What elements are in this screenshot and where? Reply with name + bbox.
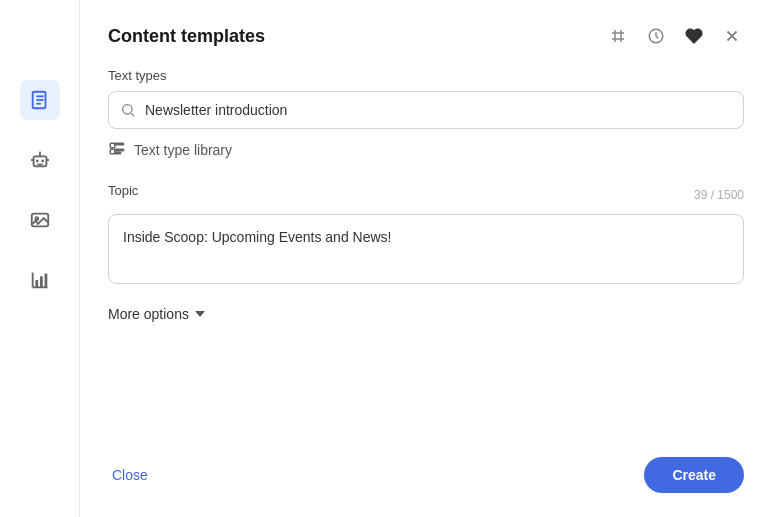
- sidebar: [0, 0, 80, 517]
- svg-rect-18: [44, 274, 47, 288]
- main-panel: Content templates: [80, 0, 772, 517]
- svg-point-9: [38, 152, 40, 154]
- svg-line-27: [131, 113, 134, 116]
- more-options-toggle[interactable]: More options: [108, 306, 744, 322]
- topic-textarea[interactable]: Inside Scoop: Upcoming Events and News!: [108, 214, 744, 284]
- more-options-label: More options: [108, 306, 189, 322]
- sidebar-icon-document[interactable]: [20, 80, 60, 120]
- svg-point-26: [123, 105, 132, 114]
- heart-icon[interactable]: [682, 24, 706, 48]
- panel-footer: Close Create: [108, 437, 744, 493]
- svg-rect-16: [35, 280, 38, 287]
- char-count: 39 / 1500: [694, 188, 744, 202]
- sidebar-icon-chart[interactable]: [20, 260, 60, 300]
- svg-point-6: [41, 160, 44, 163]
- history-icon[interactable]: [644, 24, 668, 48]
- library-link[interactable]: Text type library: [108, 141, 744, 159]
- sidebar-icon-image[interactable]: [20, 200, 60, 240]
- topic-header: Topic 39 / 1500: [108, 183, 744, 206]
- text-type-search-input[interactable]: [108, 91, 744, 129]
- panel-content: Content templates: [80, 0, 772, 517]
- library-icon: [108, 141, 126, 159]
- topic-label: Topic: [108, 183, 138, 198]
- svg-rect-29: [115, 143, 124, 145]
- grid-icon[interactable]: [606, 24, 630, 48]
- svg-rect-32: [115, 152, 121, 154]
- panel-title: Content templates: [108, 26, 265, 47]
- close-icon[interactable]: [720, 24, 744, 48]
- topic-section: Topic 39 / 1500 Inside Scoop: Upcoming E…: [108, 183, 744, 288]
- search-wrapper: [108, 91, 744, 129]
- header-icons: [606, 24, 744, 48]
- text-types-label: Text types: [108, 68, 744, 83]
- close-button[interactable]: Close: [108, 459, 152, 491]
- search-icon: [120, 102, 136, 118]
- svg-point-13: [35, 217, 38, 220]
- svg-rect-17: [40, 276, 43, 287]
- svg-point-5: [35, 160, 38, 163]
- library-link-label: Text type library: [134, 142, 232, 158]
- panel-header: Content templates: [108, 24, 744, 48]
- svg-rect-31: [115, 149, 124, 151]
- sidebar-icon-robot[interactable]: [20, 140, 60, 180]
- chevron-down-icon: [195, 311, 205, 317]
- create-button[interactable]: Create: [644, 457, 744, 493]
